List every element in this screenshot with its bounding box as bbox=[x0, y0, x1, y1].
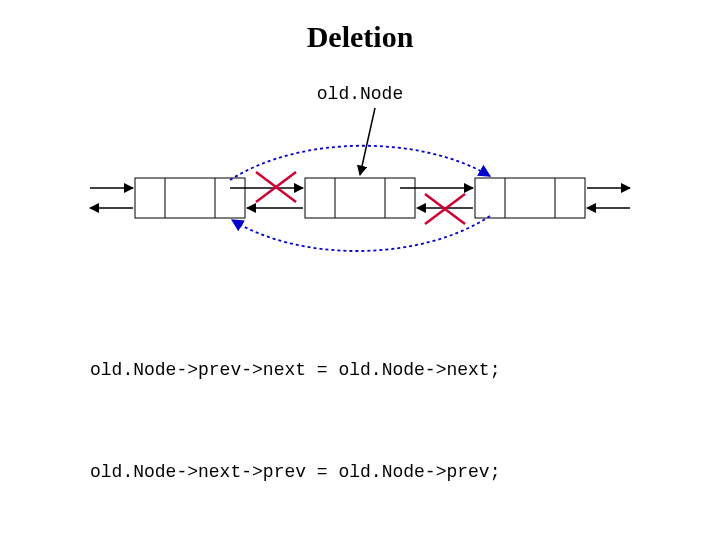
oldnode-pointer-line bbox=[360, 108, 375, 175]
code-line-2: old.Node->next->prev = old.Node->prev; bbox=[90, 455, 500, 489]
code-line-1: old.Node->prev->next = old.Node->next; bbox=[90, 353, 500, 387]
node-a bbox=[135, 178, 245, 218]
cross-out-a-next bbox=[256, 172, 296, 202]
bypass-prev-arrow bbox=[232, 216, 490, 251]
cross-out-c-prev bbox=[425, 194, 465, 224]
node-b-oldnode bbox=[305, 178, 415, 218]
code-block: old.Node->prev->next = old.Node->next; o… bbox=[90, 285, 500, 540]
svg-rect-6 bbox=[475, 178, 585, 218]
svg-rect-0 bbox=[135, 178, 245, 218]
svg-rect-3 bbox=[305, 178, 415, 218]
node-c bbox=[475, 178, 585, 218]
